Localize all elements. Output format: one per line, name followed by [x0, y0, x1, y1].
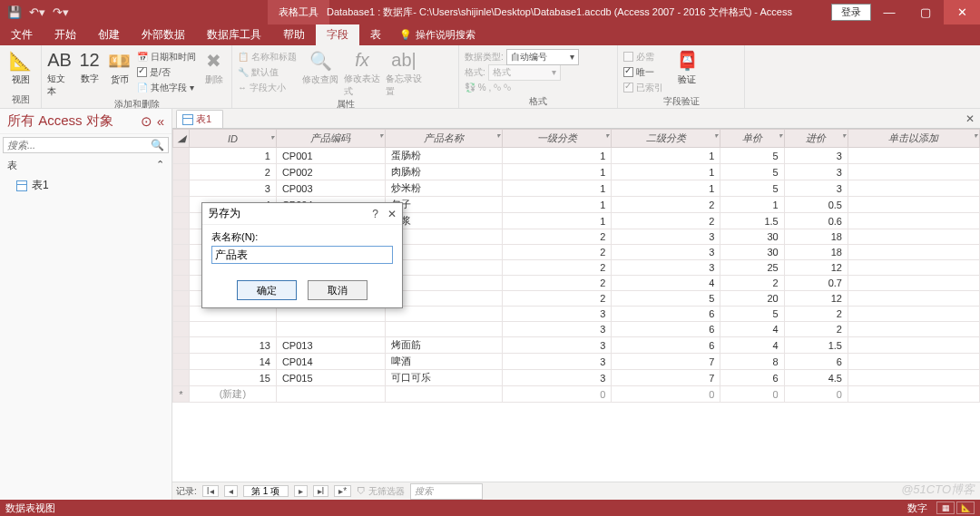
- title-bar: 💾 ↶▾ ↷▾ 表格工具 Database1 : 数据库- C:\Users\s…: [0, 0, 980, 24]
- more-fields-button[interactable]: 📄其他字段▾: [137, 80, 196, 95]
- cancel-button[interactable]: 取消: [308, 280, 368, 300]
- dialog-help-button[interactable]: ?: [372, 208, 378, 220]
- more-icon: 📄: [137, 83, 148, 92]
- tab-dbtools[interactable]: 数据库工具: [196, 24, 272, 45]
- nav-item-table1[interactable]: 表1: [0, 175, 172, 196]
- dialog-close-button[interactable]: ✕: [387, 208, 397, 220]
- status-bar: 数据表视图 数字 ▦ 📐: [0, 500, 980, 516]
- tell-me-search[interactable]: 💡 操作说明搜索: [392, 28, 475, 42]
- modify-expr-button: fx修改表达式: [344, 47, 380, 98]
- calendar-icon: 📅: [137, 52, 148, 62]
- tab-file[interactable]: 文件: [0, 24, 44, 45]
- column-header[interactable]: 产品编码▾: [276, 130, 385, 148]
- document-tab-table1[interactable]: 表1: [176, 110, 223, 128]
- ribbon: 📐视图 视图 AB短文本 12数字 💴货币 📅日期和时间 是/否 📄其他字段▾ …: [0, 45, 980, 109]
- column-header[interactable]: 进价▾: [784, 130, 848, 148]
- design-view-button[interactable]: 📐: [956, 501, 975, 514]
- format-buttons: 💱 % , ⁰₀ ⁰₀: [465, 80, 579, 95]
- prev-record-button[interactable]: ◂: [224, 485, 238, 497]
- nav-search[interactable]: 🔍: [3, 137, 169, 153]
- column-header[interactable]: 产品名称▾: [386, 130, 503, 148]
- nav-pane-header[interactable]: 所有 Access 对象⊙ «: [0, 109, 172, 134]
- table-icon: [182, 114, 193, 125]
- default-value-button: 🔧 默认值: [238, 64, 297, 80]
- collapse-icon[interactable]: ⌃: [156, 159, 164, 172]
- unique-checkbox[interactable]: 唯一: [623, 64, 663, 80]
- new-record-button[interactable]: ▸*: [334, 485, 351, 497]
- chevron-icon[interactable]: ⊙ «: [141, 113, 164, 130]
- tab-external[interactable]: 外部数据: [131, 24, 196, 45]
- table-row[interactable]: 2CP002肉肠粉1153: [173, 164, 980, 180]
- table-row[interactable]: 3CP003炒米粉1153: [173, 180, 980, 197]
- data-type-combo[interactable]: 自动编号▾: [506, 49, 579, 65]
- column-header[interactable]: 单击以添加▾: [848, 130, 979, 148]
- new-row[interactable]: *(新建)0000: [173, 386, 980, 403]
- first-record-button[interactable]: I◂: [202, 485, 219, 497]
- validation-icon: 📮: [676, 50, 699, 72]
- validation-button[interactable]: 📮验证: [669, 47, 705, 86]
- view-button[interactable]: 📐视图: [5, 47, 35, 86]
- table-row[interactable]: 15CP015可口可乐3764.5: [173, 370, 980, 386]
- maximize-button[interactable]: ▢: [907, 0, 944, 24]
- window-title: Database1 : 数据库- C:\Users\shijinle\Deskt…: [327, 5, 792, 19]
- search-icon[interactable]: 🔍: [147, 139, 168, 151]
- login-button[interactable]: 登录: [831, 4, 871, 21]
- navigation-pane: 所有 Access 对象⊙ « 🔍 表⌃ 表1: [0, 109, 172, 500]
- record-position[interactable]: [243, 485, 289, 497]
- ribbon-tab-strip: 文件 开始 创建 外部数据 数据库工具 帮助 字段 表 💡 操作说明搜索: [0, 24, 980, 45]
- table-row[interactable]: 13CP013烤面筋3641.5: [173, 337, 980, 354]
- view-icon: 📐: [9, 50, 32, 72]
- tab-create[interactable]: 创建: [87, 24, 131, 45]
- table-row[interactable]: 14CP014啤酒3786: [173, 354, 980, 370]
- window-controls: — ▢ ✕: [871, 0, 980, 24]
- short-text-button[interactable]: AB短文本: [47, 47, 72, 98]
- nav-search-input[interactable]: [4, 138, 147, 152]
- select-all-cell[interactable]: ◢: [173, 130, 190, 148]
- table-row[interactable]: 3652: [173, 307, 980, 322]
- ok-button[interactable]: 确定: [237, 280, 297, 300]
- close-button[interactable]: ✕: [944, 0, 980, 24]
- checkbox-icon: [137, 67, 147, 77]
- tab-home[interactable]: 开始: [44, 24, 87, 45]
- column-header[interactable]: 二级分类▾: [612, 130, 720, 148]
- next-record-button[interactable]: ▸: [294, 485, 308, 497]
- name-caption-button: 📋 名称和标题: [238, 49, 297, 64]
- yesno-button[interactable]: 是/否: [137, 64, 196, 80]
- column-header[interactable]: 单价▾: [720, 130, 784, 148]
- table-row[interactable]: 3642: [173, 322, 980, 337]
- modify-lookup-button: 🔍修改查阅: [302, 47, 338, 86]
- contextual-tab-label: 表格工具: [268, 0, 329, 24]
- undo-icon[interactable]: ↶▾: [29, 5, 45, 19]
- filter-indicator: ⛉ 无筛选器: [357, 485, 405, 498]
- nav-group-tables[interactable]: 表⌃: [0, 156, 172, 175]
- close-tab-button[interactable]: ✕: [965, 112, 975, 125]
- indexed-checkbox: 已索引: [623, 80, 663, 95]
- redo-icon[interactable]: ↷▾: [53, 5, 69, 19]
- save-icon[interactable]: 💾: [7, 5, 22, 19]
- datetime-button[interactable]: 📅日期和时间: [137, 49, 196, 64]
- tab-table[interactable]: 表: [359, 24, 392, 45]
- required-checkbox: 必需: [623, 49, 663, 64]
- delete-button: ✖删除: [201, 47, 226, 86]
- table-row[interactable]: 1CP001蛋肠粉1153: [173, 148, 980, 164]
- status-view-mode: 数据表视图: [5, 501, 55, 515]
- tab-help[interactable]: 帮助: [272, 24, 316, 45]
- currency-button[interactable]: 💴货币: [107, 47, 132, 86]
- field-size-button: ↔ 字段大小: [238, 80, 297, 95]
- table-name-input[interactable]: [211, 246, 393, 264]
- record-navigator: 记录: I◂ ◂ ▸ ▸I ▸* ⛉ 无筛选器 搜索: [172, 482, 980, 500]
- table-name-label: 表名称(N):: [211, 231, 258, 242]
- delete-icon: ✖: [206, 50, 221, 72]
- column-header[interactable]: 一级分类▾: [503, 130, 612, 148]
- tab-fields[interactable]: 字段: [316, 24, 359, 45]
- record-search[interactable]: 搜索: [410, 483, 483, 500]
- datasheet-view-button[interactable]: ▦: [936, 501, 955, 514]
- quick-access-toolbar: 💾 ↶▾ ↷▾: [0, 5, 69, 19]
- lightbulb-icon: 💡: [399, 29, 412, 41]
- last-record-button[interactable]: ▸I: [313, 485, 329, 497]
- dialog-title: 另存为: [208, 206, 240, 221]
- save-as-dialog: 另存为 ? ✕ 表名称(N): 确定 取消: [201, 202, 403, 308]
- column-header[interactable]: ID▾: [190, 130, 277, 148]
- minimize-button[interactable]: —: [871, 0, 907, 24]
- number-button[interactable]: 12数字: [77, 47, 102, 85]
